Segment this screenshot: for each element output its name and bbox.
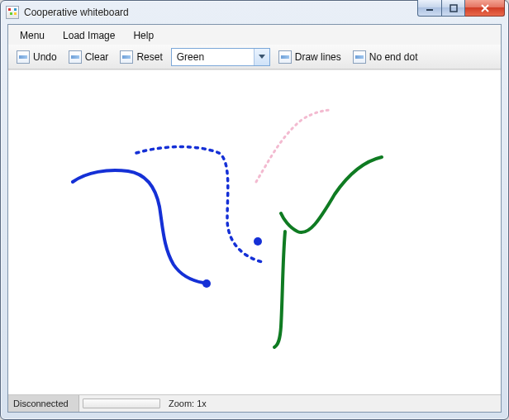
clear-label: Clear (85, 51, 109, 63)
status-progress (79, 395, 164, 412)
stroke-green-lower (274, 231, 285, 347)
stroke-pink-dotted (256, 110, 331, 182)
draw-lines-button[interactable]: Draw lines (275, 50, 345, 64)
svg-rect-0 (426, 9, 433, 11)
stroke-blue-dotted (136, 147, 263, 263)
image-icon (353, 50, 366, 64)
titlebar[interactable]: Cooperative whiteboard (1, 1, 508, 24)
statusbar: Disconnected Zoom: 1x (8, 394, 501, 412)
image-icon (17, 50, 30, 64)
minimize-button[interactable] (417, 0, 442, 17)
maximize-button[interactable] (442, 0, 465, 17)
reset-label: Reset (136, 51, 162, 63)
status-connection: Disconnected (8, 395, 79, 412)
chevron-down-icon[interactable] (254, 49, 269, 65)
status-zoom: Zoom: 1x (164, 395, 212, 412)
clear-button[interactable]: Clear (65, 50, 112, 64)
menu-menu[interactable]: Menu (12, 28, 53, 43)
color-select-value: Green (172, 49, 254, 65)
undo-label: Undo (33, 51, 57, 63)
undo-button[interactable]: Undo (13, 50, 60, 64)
app-window: Cooperative whiteboard Menu Load Image H… (0, 0, 509, 420)
color-select[interactable]: Green (171, 48, 270, 66)
no-end-dot-label: No end dot (369, 51, 418, 63)
drawing-layer (8, 70, 501, 394)
menu-help[interactable]: Help (125, 28, 162, 43)
end-dot-blue-solid (202, 279, 211, 288)
menu-load-image[interactable]: Load Image (55, 28, 123, 43)
svg-marker-2 (259, 55, 265, 59)
progress-bar (83, 399, 160, 408)
image-icon (278, 50, 292, 64)
no-end-dot-button[interactable]: No end dot (350, 50, 421, 64)
client-area: Menu Load Image Help Undo Clear Reset Gr… (7, 24, 502, 413)
toolbar: Undo Clear Reset Green Draw lines (8, 45, 501, 69)
svg-rect-1 (450, 5, 457, 12)
window-controls (417, 0, 505, 17)
app-icon (6, 6, 19, 19)
menubar: Menu Load Image Help (8, 25, 501, 45)
end-dot-blue-dotted (254, 237, 262, 246)
stroke-blue-solid (73, 170, 203, 283)
whiteboard-canvas[interactable] (8, 69, 501, 394)
image-icon (69, 50, 82, 64)
close-icon (480, 4, 490, 12)
window-title: Cooperative whiteboard (24, 7, 129, 18)
minimize-icon (426, 4, 434, 12)
draw-lines-label: Draw lines (295, 51, 341, 63)
stroke-green-upper (281, 157, 382, 232)
image-icon (120, 50, 133, 64)
maximize-icon (450, 4, 458, 12)
reset-button[interactable]: Reset (117, 50, 165, 64)
close-button[interactable] (465, 0, 505, 17)
